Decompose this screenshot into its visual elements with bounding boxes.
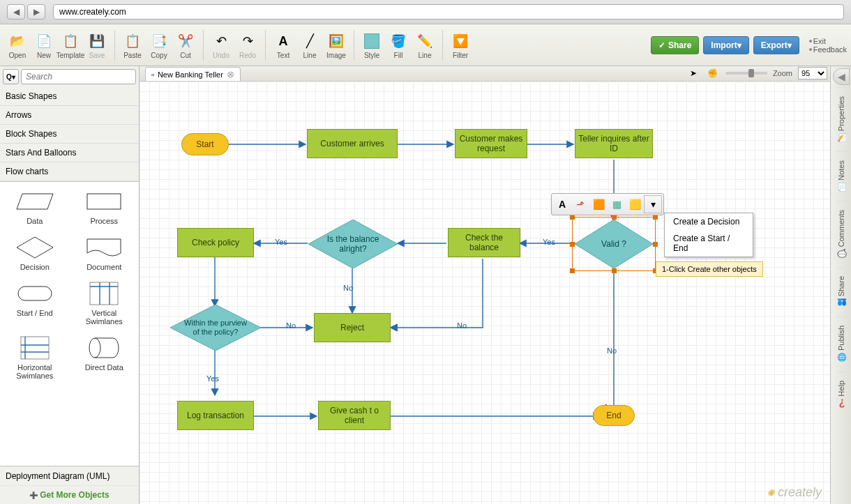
cylinder-icon	[83, 335, 125, 360]
zoom-select[interactable]: 95	[798, 67, 827, 79]
ctx-grid-button[interactable]: ▦	[608, 195, 626, 213]
import-button[interactable]: Import ▾	[703, 36, 748, 54]
cut-icon: ✂️	[176, 31, 195, 52]
node-teller-inquires[interactable]: Teller inquires after ID	[575, 129, 653, 158]
pan-tool[interactable]: ✊	[706, 67, 720, 79]
category-basic-shapes[interactable]: Basic Shapes	[0, 87, 139, 106]
rail-comments[interactable]: 💬Comments	[836, 201, 845, 267]
doc-icon: ▫	[151, 70, 154, 79]
node-balance-ok-decision[interactable]: Is the balance alright?	[308, 220, 398, 268]
image-tool-button[interactable]: 🖼️Image	[323, 28, 349, 62]
open-button[interactable]: 📂Open	[4, 28, 31, 62]
shape-start-end[interactable]: Start / End	[0, 278, 70, 328]
rail-help[interactable]: ❓Help	[836, 372, 845, 417]
category-flow-charts[interactable]: Flow charts	[0, 162, 139, 181]
rectangle-icon	[83, 189, 125, 214]
nav-forward-button[interactable]: ▶	[27, 4, 45, 20]
paste-button[interactable]: 📋Paste	[119, 28, 146, 62]
rail-notes[interactable]: 📄Notes	[836, 151, 845, 201]
canvas[interactable]: Start Customer arrives Customer makes re…	[140, 82, 830, 504]
node-customer-request[interactable]: Customer makes request	[455, 129, 527, 158]
undo-icon: ↶	[211, 31, 231, 52]
new-button[interactable]: 📄New	[31, 28, 57, 62]
shape-data[interactable]: Data	[0, 186, 70, 228]
node-log-transaction[interactable]: Log transaction	[177, 401, 254, 430]
paste-icon: 📋	[123, 31, 142, 52]
node-give-cash[interactable]: Give cash t o client	[318, 401, 391, 430]
svg-marker-0	[17, 194, 53, 209]
rail-properties[interactable]: 📝Properties	[836, 87, 845, 151]
share-button[interactable]: ✓ Share	[651, 36, 699, 54]
feedback-link[interactable]: Feedback	[809, 45, 847, 54]
svg-marker-2	[17, 237, 53, 258]
url-input[interactable]	[53, 4, 844, 20]
redo-button[interactable]: ↷Redo	[234, 28, 261, 62]
fill-button[interactable]: 🪣Fill	[385, 28, 412, 62]
ctx-create-button[interactable]: 🟨	[626, 195, 644, 213]
node-customer-arrives[interactable]: Customer arrives	[307, 129, 398, 158]
ctx-text-button[interactable]: A	[553, 195, 571, 213]
search-scope-button[interactable]: Q▾	[3, 69, 19, 84]
label-yes: Yes	[543, 238, 555, 246]
shape-process[interactable]: Process	[70, 186, 140, 228]
svg-rect-4	[90, 282, 118, 305]
category-stars-balloons[interactable]: Stars And Balloons	[0, 144, 139, 162]
rail-toggle-button[interactable]: ◀	[833, 68, 850, 85]
svg-rect-1	[87, 194, 121, 209]
node-end[interactable]: End	[593, 405, 635, 426]
line-tool-button[interactable]: ╱Line	[296, 28, 323, 62]
category-block-shapes[interactable]: Block Shapes	[0, 125, 139, 144]
fill-icon: 🪣	[389, 31, 408, 52]
style-button[interactable]: Style	[359, 28, 385, 62]
label-no: No	[343, 284, 353, 292]
template-button[interactable]: 📋Template	[57, 28, 84, 62]
node-valid-decision[interactable]: Valid ?	[575, 220, 653, 268]
deployment-diagram-link[interactable]: Deployment Diagram (UML)	[0, 466, 139, 485]
menu-create-decision[interactable]: Create a Decision	[665, 213, 753, 230]
search-input[interactable]	[21, 69, 136, 84]
ctx-connector-button[interactable]: ⬏	[571, 195, 589, 213]
category-arrows[interactable]: Arrows	[0, 106, 139, 125]
right-rail: 📝Properties 📄Notes 💬Comments 👥Share 🌐Pub…	[830, 66, 851, 504]
node-within-policy-decision[interactable]: Within the purview of the policy?	[170, 305, 261, 351]
terminator-icon	[14, 281, 56, 306]
shape-vswimlanes[interactable]: Vertical Swimlanes	[70, 278, 140, 328]
line-style-button[interactable]: ✏️Line	[412, 28, 438, 62]
node-check-balance[interactable]: Check the balance	[448, 228, 520, 257]
pointer-tool[interactable]: ➤	[686, 67, 700, 79]
diamond-icon	[14, 235, 56, 260]
context-menu: Create a Decision Create a Start / End	[664, 213, 753, 257]
shape-document[interactable]: Document	[70, 232, 140, 274]
shape-direct-data[interactable]: Direct Data	[70, 333, 140, 383]
ctx-more-button[interactable]: ▾	[644, 195, 662, 213]
rail-share[interactable]: 👥Share	[836, 267, 845, 316]
svg-point-12	[89, 338, 100, 358]
undo-button[interactable]: ↶Undo	[208, 28, 234, 62]
zoom-slider[interactable]	[725, 72, 767, 75]
ctx-arrange-button[interactable]: 🟧	[589, 195, 608, 213]
save-button[interactable]: 💾Save	[84, 28, 110, 62]
menu-create-start-end[interactable]: Create a Start / End	[665, 230, 753, 257]
nav-back-button[interactable]: ◀	[7, 4, 25, 20]
node-check-policy[interactable]: Check policy	[177, 228, 254, 257]
shape-decision[interactable]: Decision	[0, 232, 70, 274]
get-more-objects-button[interactable]: Get More Objects	[0, 485, 139, 504]
document-tab[interactable]: ▫ New Banking Teller ⊗	[145, 67, 241, 81]
text-tool-button[interactable]: AText	[270, 28, 296, 62]
label-no: No	[607, 346, 617, 355]
cut-button[interactable]: ✂️Cut	[172, 28, 199, 62]
rail-publish[interactable]: 🌐Publish	[836, 316, 845, 371]
filter-button[interactable]: 🔽Filter	[447, 28, 474, 62]
redo-icon: ↷	[238, 31, 257, 52]
style-icon	[362, 31, 382, 52]
exit-link[interactable]: Exit	[809, 37, 847, 45]
shape-hswimlanes[interactable]: Horizontal Swimlanes	[0, 333, 70, 383]
text-icon: A	[273, 31, 293, 52]
node-start[interactable]: Start	[181, 133, 229, 155]
copy-button[interactable]: 📑Copy	[146, 28, 172, 62]
save-icon: 💾	[87, 31, 107, 52]
export-button[interactable]: Export ▾	[753, 36, 799, 54]
line-icon: ╱	[300, 31, 319, 52]
node-reject[interactable]: Reject	[314, 313, 391, 342]
tab-close-button[interactable]: ⊗	[227, 69, 234, 79]
